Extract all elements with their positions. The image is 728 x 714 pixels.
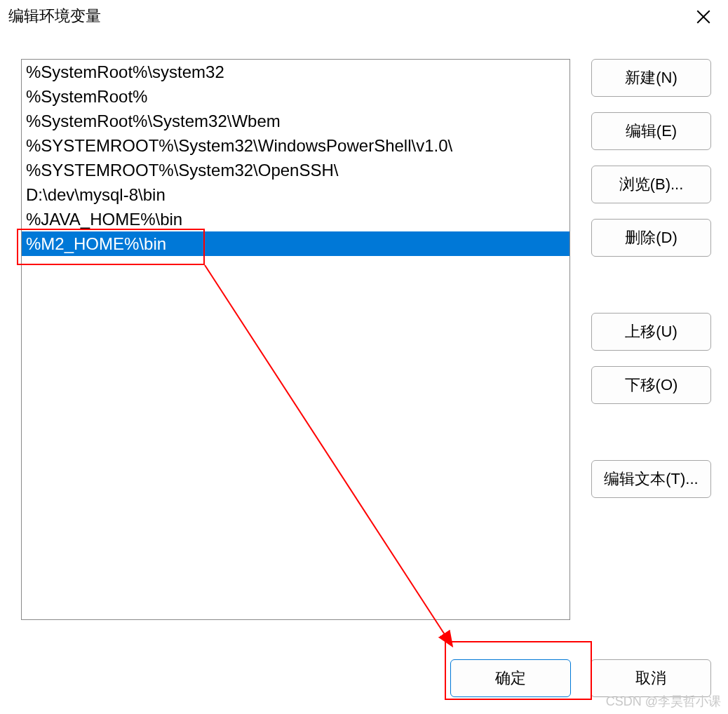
path-listbox[interactable]: %SystemRoot%\system32%SystemRoot%%System… bbox=[21, 59, 570, 620]
browse-button[interactable]: 浏览(B)... bbox=[591, 166, 711, 203]
list-empty-row bbox=[22, 256, 569, 281]
ok-button[interactable]: 确定 bbox=[450, 659, 571, 697]
new-button[interactable]: 新建(N) bbox=[591, 59, 711, 97]
list-empty-row bbox=[22, 452, 569, 477]
edit-text-button[interactable]: 编辑文本(T)... bbox=[591, 460, 711, 498]
dialog-footer: 确定 取消 bbox=[0, 659, 728, 697]
cancel-button[interactable]: 取消 bbox=[591, 659, 711, 697]
list-empty-row bbox=[22, 428, 569, 452]
titlebar: 编辑环境变量 bbox=[0, 0, 728, 31]
list-empty-row bbox=[22, 403, 569, 428]
list-item[interactable]: %SYSTEMROOT%\System32\WindowsPowerShell\… bbox=[22, 133, 569, 158]
move-down-button[interactable]: 下移(O) bbox=[591, 366, 711, 404]
dialog-title: 编辑环境变量 bbox=[8, 4, 101, 27]
close-button[interactable] bbox=[687, 4, 720, 29]
list-item[interactable]: %SystemRoot% bbox=[22, 84, 569, 109]
list-empty-row bbox=[22, 477, 569, 501]
list-item[interactable]: %M2_HOME%\bin bbox=[22, 231, 569, 256]
list-item[interactable]: D:\dev\mysql-8\bin bbox=[22, 182, 569, 207]
list-item[interactable]: %SYSTEMROOT%\System32\OpenSSH\ bbox=[22, 158, 569, 182]
list-empty-row bbox=[22, 354, 569, 379]
list-empty-row bbox=[22, 526, 569, 551]
list-empty-row bbox=[22, 575, 569, 600]
list-empty-row bbox=[22, 501, 569, 526]
side-buttons: 新建(N) 编辑(E) 浏览(B)... 删除(D) 上移(U) 下移(O) 编… bbox=[591, 59, 711, 634]
list-empty-row bbox=[22, 600, 569, 620]
list-empty-row bbox=[22, 305, 569, 330]
edit-button[interactable]: 编辑(E) bbox=[591, 112, 711, 150]
list-empty-row bbox=[22, 551, 569, 575]
close-icon bbox=[696, 10, 710, 24]
delete-button[interactable]: 删除(D) bbox=[591, 219, 711, 257]
list-item[interactable]: %JAVA_HOME%\bin bbox=[22, 207, 569, 231]
move-up-button[interactable]: 上移(U) bbox=[591, 313, 711, 351]
list-empty-row bbox=[22, 281, 569, 305]
list-empty-row bbox=[22, 379, 569, 403]
list-empty-row bbox=[22, 330, 569, 354]
list-item[interactable]: %SystemRoot%\system32 bbox=[22, 60, 569, 84]
dialog-body: %SystemRoot%\system32%SystemRoot%%System… bbox=[0, 31, 728, 634]
list-item[interactable]: %SystemRoot%\System32\Wbem bbox=[22, 109, 569, 133]
